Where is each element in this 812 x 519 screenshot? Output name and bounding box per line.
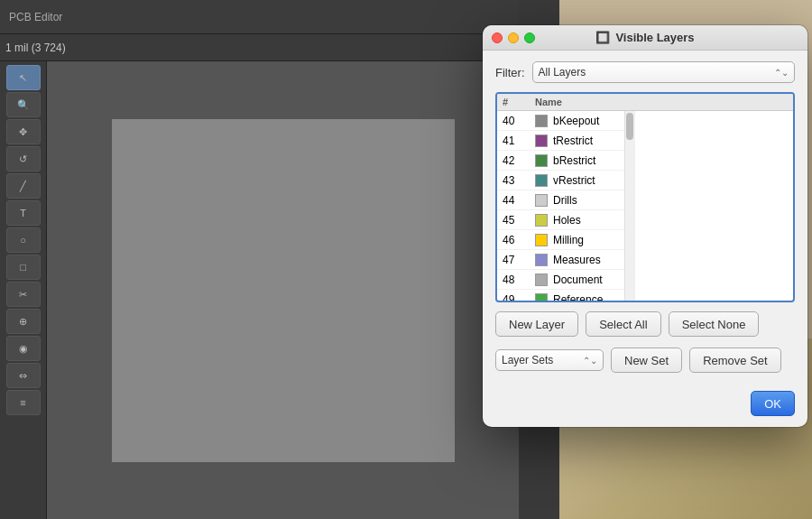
scrollbar-thumb[interactable] [626, 113, 633, 140]
scrollbar-track[interactable] [624, 111, 635, 301]
layer-name-label: Document [553, 273, 604, 286]
layer-sets-dropdown[interactable]: Layer Sets ⌃⌄ [495, 349, 604, 371]
layer-row[interactable]: 40bKeepout [497, 111, 624, 131]
toolbar-label: 1 mil (3 724) [5, 42, 66, 54]
layer-list-wrapper: 40bKeepout41tRestrict42bRestrict43vRestr… [497, 111, 793, 301]
select-none-button[interactable]: Select None [669, 311, 760, 337]
layer-name-label: Reference [553, 293, 604, 301]
ok-button[interactable]: OK [751, 391, 795, 416]
new-set-button[interactable]: New Set [611, 348, 682, 373]
layer-number: 46 [503, 234, 535, 246]
col-header-num: # [503, 97, 535, 107]
layer-number: 48 [503, 273, 535, 286]
tool-wire[interactable]: ╱ [6, 173, 41, 199]
layer-row[interactable]: 47Measures [497, 250, 624, 270]
layer-color-swatch [535, 214, 548, 227]
tool-select[interactable]: ↖ [6, 65, 41, 90]
tool-text[interactable]: T [6, 200, 41, 226]
tool-layer[interactable]: ≡ [6, 390, 41, 415]
tool-cut[interactable]: ✂ [6, 282, 41, 307]
layer-number: 45 [503, 214, 535, 227]
tool-via[interactable]: ⊕ [6, 309, 41, 334]
traffic-lights [492, 32, 535, 43]
layer-number: 49 [503, 293, 535, 301]
layer-number: 40 [503, 115, 535, 127]
maximize-button[interactable] [524, 32, 535, 43]
layer-row[interactable]: 43vRestrict [497, 171, 624, 190]
layer-list-header: # Name [497, 94, 793, 111]
layer-color-swatch [535, 115, 548, 127]
layer-color-swatch [535, 234, 548, 246]
layer-color-swatch [535, 174, 548, 187]
layer-name-label: vRestrict [553, 174, 604, 187]
layer-row[interactable]: 41tRestrict [497, 131, 624, 151]
app-titlebar: PCB Editor [0, 0, 519, 34]
dialog-icon: 🔲 [595, 31, 610, 44]
canvas-area[interactable] [47, 61, 519, 519]
toolbar-row: 1 mil (3 724) [0, 34, 519, 61]
layer-name-label: Milling [553, 234, 604, 246]
action-buttons-row: New Layer Select All Select None [495, 311, 795, 337]
left-toolbar: ↖ 🔍 ✥ ↺ ╱ T ○ □ ✂ ⊕ ◉ ⇔ ≡ [0, 61, 47, 519]
layer-name-label: bKeepout [553, 115, 604, 127]
tool-pad[interactable]: ◉ [6, 336, 41, 361]
filter-row: Filter: All Layers ⌃⌄ [495, 61, 795, 83]
ok-row: OK [483, 384, 807, 427]
canvas-content [112, 119, 455, 462]
layer-color-swatch [535, 194, 548, 207]
layer-name-label: Holes [553, 214, 604, 227]
layer-number: 47 [503, 254, 535, 266]
layer-number: 41 [503, 134, 535, 147]
tool-circle[interactable]: ○ [6, 227, 41, 253]
layer-color-swatch [535, 293, 548, 301]
filter-chevron-icon: ⌃⌄ [774, 68, 789, 78]
dialog-titlebar: 🔲 Visible Layers [483, 25, 807, 51]
tool-move[interactable]: ✥ [6, 119, 41, 144]
layer-row[interactable]: 42bRestrict [497, 151, 624, 171]
layer-row[interactable]: 46Milling [497, 230, 624, 250]
dialog-title: 🔲 Visible Layers [595, 31, 694, 44]
layer-list[interactable]: 40bKeepout41tRestrict42bRestrict43vRestr… [497, 111, 624, 301]
layer-name-label: Drills [553, 194, 604, 207]
app-body: ↖ 🔍 ✥ ↺ ╱ T ○ □ ✂ ⊕ ◉ ⇔ ≡ [0, 61, 519, 519]
layer-number: 43 [503, 174, 535, 187]
filter-label: Filter: [495, 66, 525, 79]
filter-dropdown[interactable]: All Layers ⌃⌄ [532, 61, 796, 83]
layer-row[interactable]: 44Drills [497, 190, 624, 210]
layer-color-swatch [535, 154, 548, 167]
layer-row[interactable]: 49Reference [497, 290, 624, 301]
layer-name-label: bRestrict [553, 154, 604, 167]
visible-layers-dialog: 🔲 Visible Layers Filter: All Layers ⌃⌄ #… [483, 25, 807, 427]
layer-list-container: # Name 40bKeepout41tRestrict42bRestrict4… [495, 92, 795, 302]
layer-sets-row: Layer Sets ⌃⌄ New Set Remove Set [495, 348, 795, 373]
tool-zoom[interactable]: 🔍 [6, 92, 41, 117]
layer-row[interactable]: 48Document [497, 270, 624, 290]
layer-row[interactable]: 45Holes [497, 210, 624, 230]
remove-set-button[interactable]: Remove Set [689, 348, 781, 373]
col-header-name: Name [535, 97, 788, 107]
tool-rotate[interactable]: ↺ [6, 146, 41, 171]
tool-measure[interactable]: ⇔ [6, 363, 41, 388]
app-background: PCB Editor 1 mil (3 724) ↖ 🔍 ✥ ↺ ╱ T ○ □… [0, 0, 519, 519]
close-button[interactable] [492, 32, 503, 43]
tool-rect[interactable]: □ [6, 255, 41, 280]
layer-number: 44 [503, 194, 535, 207]
layer-color-swatch [535, 134, 548, 147]
minimize-button[interactable] [508, 32, 519, 43]
layer-number: 42 [503, 154, 535, 167]
sets-chevron-icon: ⌃⌄ [583, 356, 597, 366]
dialog-body: Filter: All Layers ⌃⌄ # Name 40bKeepout4… [483, 51, 807, 384]
app-title: PCB Editor [9, 11, 62, 23]
layer-name-label: Measures [553, 254, 604, 266]
layer-color-swatch [535, 254, 548, 266]
layer-color-swatch [535, 273, 548, 286]
layer-name-label: tRestrict [553, 134, 604, 147]
select-all-button[interactable]: Select All [586, 311, 660, 337]
new-layer-button[interactable]: New Layer [495, 311, 578, 337]
